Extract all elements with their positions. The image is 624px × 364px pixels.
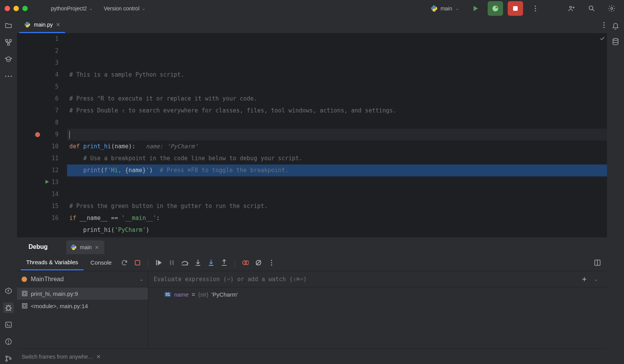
resume-button[interactable] — [153, 257, 164, 268]
line-number[interactable]: 11 — [17, 153, 59, 164]
svg-point-0 — [433, 6, 433, 7]
code-line[interactable] — [67, 129, 607, 141]
debug-tool-button[interactable] — [3, 302, 14, 313]
stop-button[interactable] — [508, 1, 523, 16]
svg-point-6 — [570, 6, 572, 8]
editor[interactable]: 12345678910111213141516 # This is a samp… — [17, 33, 607, 237]
line-number[interactable]: 3 — [17, 57, 59, 69]
svg-rect-37 — [172, 260, 174, 265]
close-notification-button[interactable]: ✕ — [96, 354, 101, 360]
code-with-me-button[interactable] — [564, 1, 579, 16]
close-icon[interactable]: ✕ — [95, 245, 99, 250]
threads-tab[interactable]: Threads & Variables — [21, 255, 84, 270]
code-line[interactable]: # This is a sample Python script. — [67, 69, 607, 81]
version-control-dropdown[interactable]: Version control ⌄ — [101, 4, 149, 13]
notifications-button[interactable] — [612, 22, 619, 30]
breakpoint-icon[interactable] — [35, 132, 40, 137]
code-line[interactable] — [67, 176, 607, 188]
line-number[interactable]: 16 — [17, 212, 59, 224]
view-breakpoints-button[interactable] — [240, 257, 251, 268]
svg-point-16 — [8, 75, 9, 77]
structure-tool-button[interactable] — [3, 37, 14, 48]
console-tab[interactable]: Console — [85, 255, 117, 270]
project-dropdown[interactable]: pythonProject2 ⌄ — [48, 4, 96, 13]
variable-row[interactable]: 01name = {str} 'PyCharm' — [148, 290, 607, 299]
debug-button[interactable] — [488, 1, 503, 16]
code-line[interactable] — [67, 81, 607, 93]
svg-rect-34 — [135, 260, 140, 265]
force-step-into-button[interactable] — [205, 257, 217, 268]
layout-settings-button[interactable] — [592, 257, 603, 268]
line-number[interactable]: 5 — [17, 81, 59, 93]
git-tool-button[interactable] — [3, 353, 14, 364]
line-number[interactable]: 9 — [17, 129, 59, 141]
line-number[interactable]: 13 — [17, 176, 59, 188]
rerun-button[interactable] — [119, 257, 130, 268]
debug-session-tab[interactable]: main ✕ — [66, 240, 104, 254]
line-number[interactable]: 12 — [17, 164, 59, 176]
editor-tab-main[interactable]: main.py ✕ — [19, 17, 65, 33]
maximize-window-button[interactable] — [22, 6, 28, 11]
learn-tool-button[interactable] — [3, 54, 14, 65]
stack-frame[interactable]: <module>, main.py:14 — [17, 300, 148, 312]
debug-tool-title[interactable]: Debug — [22, 240, 55, 254]
code-area[interactable]: # This is a sample Python script.# Press… — [67, 33, 607, 237]
more-tools-button[interactable] — [3, 71, 14, 82]
database-button[interactable] — [612, 38, 619, 45]
editor-more-button[interactable] — [603, 22, 605, 28]
run-config-name: main — [441, 5, 452, 12]
line-number[interactable]: 14 — [17, 188, 59, 200]
minimize-window-button[interactable] — [13, 6, 19, 11]
problems-tool-button[interactable] — [3, 336, 14, 347]
thread-selector[interactable]: MainThread ⌄ — [17, 271, 148, 287]
step-out-button[interactable] — [218, 257, 230, 268]
pause-button[interactable] — [166, 257, 178, 268]
code-line[interactable]: # Press the green button in the gutter t… — [67, 200, 607, 212]
settings-button[interactable] — [604, 1, 619, 16]
line-number[interactable]: 8 — [17, 117, 59, 129]
services-tool-button[interactable] — [3, 285, 14, 296]
search-button[interactable] — [584, 1, 599, 16]
line-number[interactable]: 1 — [17, 33, 59, 45]
project-tool-button[interactable] — [3, 20, 14, 31]
code-line[interactable] — [67, 236, 607, 237]
debug-more-button[interactable] — [266, 257, 277, 268]
code-line[interactable]: # Press Double ⇧ to search everywhere fo… — [67, 105, 607, 117]
frames-panel: MainThread ⌄ print_hi, main.py:9<module>… — [17, 271, 148, 349]
add-watch-button[interactable] — [579, 273, 590, 285]
step-into-button[interactable] — [192, 257, 204, 268]
run-button[interactable] — [468, 1, 483, 16]
run-gutter-icon[interactable] — [45, 179, 49, 184]
chevron-down-icon: ⌄ — [89, 6, 93, 11]
code-line[interactable]: # Press ^R to execute it or replace it w… — [67, 93, 607, 105]
mute-breakpoints-button[interactable] — [253, 257, 264, 268]
line-number[interactable]: 15 — [17, 200, 59, 212]
code-line[interactable]: print_hi('PyCharm') — [67, 224, 607, 236]
frame-icon — [22, 303, 28, 309]
code-line[interactable]: def print_hi(name): name: 'PyCharm' — [67, 141, 607, 153]
code-line[interactable]: print(f'Hi, {name}') # Press ⌘F8 to togg… — [67, 164, 607, 176]
expand-watch-button[interactable]: ⌄ — [590, 273, 602, 285]
line-number[interactable]: 2 — [17, 45, 59, 57]
step-over-button[interactable] — [179, 257, 191, 268]
stack-frame[interactable]: print_hi, main.py:9 — [17, 287, 148, 300]
line-number[interactable]: 7 — [17, 105, 59, 117]
code-line[interactable]: # Use a breakpoint in the code line belo… — [67, 153, 607, 164]
svg-point-1 — [435, 10, 435, 11]
code-line[interactable] — [67, 117, 607, 129]
code-line[interactable] — [67, 188, 607, 200]
terminal-tool-button[interactable] — [3, 319, 14, 330]
svg-point-26 — [10, 358, 11, 359]
line-number[interactable]: 6 — [17, 93, 59, 105]
close-icon[interactable]: ✕ — [56, 22, 60, 28]
python-icon — [24, 21, 31, 28]
code-line[interactable]: if __name__ == '__main__': — [67, 212, 607, 224]
line-number[interactable]: 4 — [17, 69, 59, 81]
close-window-button[interactable] — [5, 6, 10, 11]
run-config-dropdown[interactable]: main ⌄ — [427, 3, 463, 13]
stop-debug-button[interactable] — [132, 257, 143, 268]
evaluate-input[interactable] — [154, 276, 579, 283]
more-actions-button[interactable] — [528, 1, 543, 16]
line-number[interactable]: 10 — [17, 141, 59, 153]
svg-point-31 — [603, 27, 604, 28]
